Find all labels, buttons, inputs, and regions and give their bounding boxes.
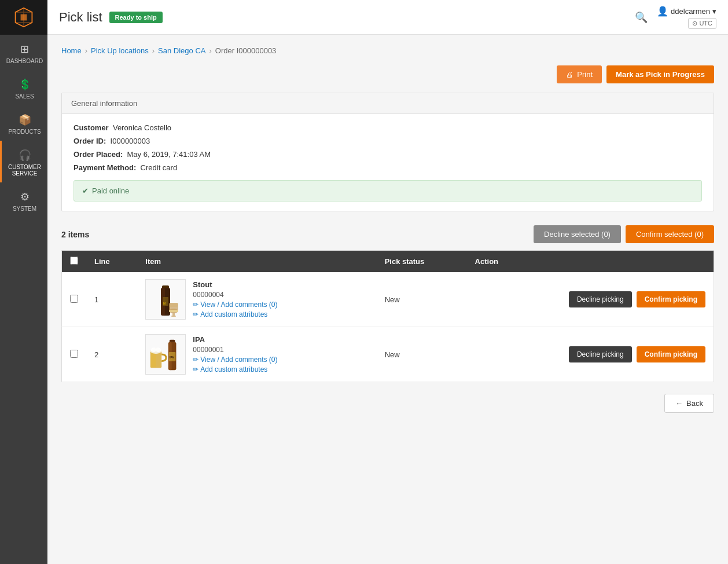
items-count: 2 items — [61, 230, 89, 239]
customer-value: Veronica Costello — [113, 123, 171, 132]
system-icon: ⚙ — [20, 191, 30, 203]
paid-banner: ✔ Paid online — [73, 180, 702, 202]
table-row: 1 — [62, 272, 714, 327]
confirm-picking-2-button[interactable]: Confirm picking — [637, 346, 705, 362]
sidebar-item-sales[interactable]: 💲 SALES — [0, 70, 47, 105]
th-action: Action — [467, 251, 714, 273]
decline-picking-2-button[interactable]: Decline picking — [569, 346, 632, 362]
item-1-info: Stout 00000004 ✏ View / Add comments (0)… — [193, 280, 277, 318]
item-image-stout: M — [145, 279, 186, 320]
item-1-sku: 00000004 — [193, 291, 277, 299]
products-icon: 📦 — [19, 113, 31, 126]
sidebar-item-label: PRODUCTS — [8, 129, 41, 135]
username: ddelcarmen — [671, 7, 710, 16]
table-header: Line Item Pick status Action — [62, 251, 714, 273]
confirm-selected-button[interactable]: Confirm selected (0) — [626, 225, 714, 243]
mark-progress-button[interactable]: Mark as Pick in Progress — [606, 65, 714, 83]
back-button[interactable]: ← Back — [664, 394, 714, 413]
search-button[interactable]: 🔍 — [633, 9, 650, 26]
row-2-item: IPA IPA 00000001 ✏ View / Add comments (… — [137, 327, 376, 382]
order-id-row: Order ID: I000000003 — [73, 137, 702, 145]
sidebar-item-products[interactable]: 📦 PRODUCTS — [0, 105, 47, 141]
sidebar: ⊞ DASHBOARD 💲 SALES 📦 PRODUCTS 🎧 CUSTOME… — [0, 0, 47, 564]
svg-rect-11 — [171, 316, 176, 317]
item-1-name: Stout — [193, 280, 277, 289]
print-button[interactable]: 🖨 Print — [557, 65, 602, 83]
items-section: 2 items Decline selected (0) Confirm sel… — [61, 225, 714, 382]
print-icon: 🖨 — [566, 70, 573, 79]
sidebar-logo[interactable] — [0, 0, 47, 35]
card-header: General information — [62, 93, 714, 114]
breadcrumb-current: Order I000000003 — [215, 46, 277, 55]
page-content: Home › Pick Up locations › San Diego CA … — [47, 35, 728, 564]
page-title: Pick list — [59, 10, 102, 25]
svg-text:IPA: IPA — [170, 356, 174, 359]
svg-text:M: M — [163, 302, 166, 305]
sidebar-item-label: SYSTEM — [13, 206, 36, 212]
breadcrumb-home[interactable]: Home — [61, 46, 82, 55]
sidebar-item-customer-service[interactable]: 🎧 CUSTOMER SERVICE — [0, 141, 47, 182]
dashboard-icon: ⊞ — [20, 43, 29, 56]
th-pick-status: Pick status — [377, 251, 467, 273]
row-2-status: New — [377, 327, 467, 382]
decline-picking-1-button[interactable]: Decline picking — [569, 291, 632, 307]
select-all-checkbox[interactable] — [70, 257, 78, 265]
sidebar-item-system[interactable]: ⚙ SYSTEM — [0, 182, 47, 218]
topbar-left: Pick list Ready to ship — [59, 10, 163, 25]
row-1-checkbox[interactable] — [70, 295, 78, 303]
customer-row: Customer Veronica Costello — [73, 123, 702, 132]
row-1-actions: Decline picking Confirm picking — [467, 272, 714, 327]
order-placed-value: May 6, 2019, 7:41:03 AM — [127, 150, 211, 159]
confirm-picking-1-button[interactable]: Confirm picking — [637, 291, 705, 307]
chevron-down-icon: ▾ — [712, 7, 716, 16]
th-line: Line — [86, 251, 137, 273]
sidebar-item-label: DASHBOARD — [6, 58, 43, 64]
row-2-actions: Decline picking Confirm picking — [467, 327, 714, 382]
breadcrumb-sep-2: › — [152, 46, 155, 55]
payment-method-label: Payment Method: — [73, 163, 136, 172]
item-2-sku: 00000001 — [193, 346, 277, 354]
checkmark-icon: ✔ — [82, 186, 89, 195]
row-checkbox-cell — [62, 272, 87, 327]
item-2-view-comments[interactable]: ✏ View / Add comments (0) — [193, 356, 277, 364]
item-2-name: IPA — [193, 335, 277, 344]
utc-badge: ⊙ UTC — [688, 18, 716, 29]
payment-method-value: Credit card — [141, 163, 178, 172]
main-content: Pick list Ready to ship 🔍 👤 ddelcarmen ▾… — [47, 0, 728, 564]
sidebar-item-label: CUSTOMER SERVICE — [4, 164, 45, 177]
order-id-value: I000000003 — [111, 137, 150, 145]
row-1-line: 1 — [86, 272, 137, 327]
user-icon: 👤 — [657, 6, 668, 17]
topbar: Pick list Ready to ship 🔍 👤 ddelcarmen ▾… — [47, 0, 728, 35]
payment-method-row: Payment Method: Credit card — [73, 163, 702, 172]
items-actions: Decline selected (0) Confirm selected (0… — [534, 225, 714, 243]
order-id-label: Order ID: — [73, 137, 106, 145]
sales-icon: 💲 — [19, 78, 31, 91]
order-placed-row: Order Placed: May 6, 2019, 7:41:03 AM — [73, 150, 702, 159]
breadcrumb-pickup[interactable]: Pick Up locations — [91, 46, 149, 55]
row-1-item: M — [137, 272, 376, 327]
pencil-icon-2: ✏ — [193, 310, 198, 318]
item-1-add-custom[interactable]: ✏ Add custom attributes — [193, 310, 277, 318]
decline-selected-button[interactable]: Decline selected (0) — [534, 225, 621, 243]
back-arrow-icon: ← — [675, 399, 683, 408]
breadcrumb: Home › Pick Up locations › San Diego CA … — [61, 46, 714, 55]
row-2-checkbox[interactable] — [70, 350, 78, 358]
breadcrumb-sep-1: › — [85, 46, 87, 55]
breadcrumb-location[interactable]: San Diego CA — [158, 46, 205, 55]
svg-point-16 — [156, 347, 161, 352]
customer-service-icon: 🎧 — [19, 149, 31, 162]
action-row: 🖨 Print Mark as Pick in Progress — [61, 65, 714, 83]
sidebar-item-dashboard[interactable]: ⊞ DASHBOARD — [0, 35, 47, 70]
user-menu[interactable]: 👤 ddelcarmen ▾ — [657, 6, 716, 17]
svg-rect-13 — [151, 351, 156, 367]
topbar-right: 🔍 👤 ddelcarmen ▾ ⊙ UTC — [633, 6, 716, 29]
th-item: Item — [137, 251, 376, 273]
row-2-checkbox-cell — [62, 327, 87, 382]
items-header: 2 items Decline selected (0) Confirm sel… — [61, 225, 714, 243]
customer-label: Customer — [73, 123, 109, 132]
paid-text: Paid online — [92, 186, 129, 195]
item-2-add-custom[interactable]: ✏ Add custom attributes — [193, 365, 277, 373]
table-row: 2 — [62, 327, 714, 382]
item-1-view-comments[interactable]: ✏ View / Add comments (0) — [193, 301, 277, 309]
